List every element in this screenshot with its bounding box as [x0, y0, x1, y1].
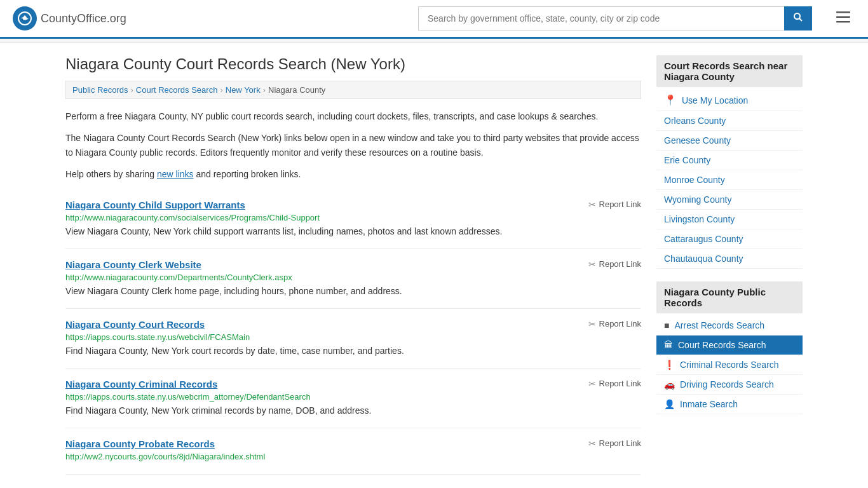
sidebar-item-inmate-search[interactable]: 👤 Inmate Search	[656, 395, 803, 414]
result-title-1[interactable]: Niagara County Clerk Website	[65, 259, 201, 270]
result-item-0: Niagara County Child Support Warrants ✂ …	[65, 189, 641, 249]
sidebar: Court Records Search near Niagara County…	[656, 55, 803, 475]
driving-label: Driving Records Search	[680, 379, 774, 390]
page-layout: Niagara County Court Records Search (New…	[53, 43, 815, 487]
svg-line-3	[799, 18, 802, 21]
breadcrumb-niagara: Niagara County	[268, 85, 325, 95]
sidebar-item-genesee[interactable]: Genesee County	[656, 131, 803, 151]
breadcrumb-court-records[interactable]: Court Records Search	[136, 85, 218, 95]
search-input[interactable]	[418, 6, 784, 30]
erie-label: Erie County	[664, 155, 710, 165]
inmate-label: Inmate Search	[680, 399, 738, 409]
breadcrumb: Public Records › Court Records Search › …	[65, 81, 641, 99]
result-title-0[interactable]: Niagara County Child Support Warrants	[65, 200, 245, 210]
pin-icon: 📍	[664, 94, 677, 106]
new-links-link[interactable]: new links	[157, 169, 194, 179]
main-content: Niagara County Court Records Search (New…	[65, 55, 641, 475]
description-2: The Niagara County Court Records Search …	[65, 131, 641, 159]
result-url-1[interactable]: http://www.niagaracounty.com/Departments…	[65, 273, 641, 282]
arrest-icon: ■	[664, 320, 669, 330]
report-link-0[interactable]: ✂ Report Link	[588, 200, 641, 210]
chautauqua-label: Chautauqua County	[664, 254, 743, 264]
site-header: CountyOffice.org	[0, 0, 868, 39]
monroe-label: Monroe County	[664, 175, 725, 185]
report-link-4[interactable]: ✂ Report Link	[588, 438, 641, 449]
breadcrumb-new-york[interactable]: New York	[226, 85, 261, 95]
use-location-label: Use My Location	[682, 95, 748, 105]
report-link-3[interactable]: ✂ Report Link	[588, 379, 641, 389]
search-button[interactable]	[784, 6, 812, 30]
public-records-section: Niagara County Public Records ■ Arrest R…	[656, 281, 803, 414]
nearby-section: Court Records Search near Niagara County…	[656, 55, 803, 269]
report-icon-4: ✂	[588, 438, 596, 449]
livingston-label: Livingston County	[664, 214, 735, 224]
report-link-1[interactable]: ✂ Report Link	[588, 259, 641, 269]
sidebar-item-erie[interactable]: Erie County	[656, 151, 803, 170]
description-1: Perform a free Niagara County, NY public…	[65, 109, 641, 123]
description-3: Help others by sharing new links and rep…	[65, 167, 641, 181]
result-url-4[interactable]: http://ww2.nycourts.gov/courts/8jd/Niaga…	[65, 452, 641, 461]
driving-icon: 🚗	[664, 379, 675, 390]
sidebar-item-livingston[interactable]: Livingston County	[656, 210, 803, 229]
cattaraugus-label: Cattaraugus County	[664, 234, 743, 244]
arrest-label: Arrest Records Search	[674, 320, 764, 330]
breadcrumb-public-records[interactable]: Public Records	[72, 85, 128, 95]
report-icon-3: ✂	[588, 379, 596, 389]
result-url-3[interactable]: https://iapps.courts.state.ny.us/webcrim…	[65, 392, 641, 402]
result-desc-2: Find Niagara County, New York court reco…	[65, 344, 641, 358]
results-list: Niagara County Child Support Warrants ✂ …	[65, 189, 641, 475]
result-title-4[interactable]: Niagara County Probate Records	[65, 438, 215, 449]
sidebar-item-criminal-records[interactable]: ❗ Criminal Records Search	[656, 355, 803, 375]
report-link-2[interactable]: ✂ Report Link	[588, 319, 641, 329]
breadcrumb-sep-2: ›	[220, 85, 222, 95]
court-icon: 🏛	[664, 340, 673, 350]
criminal-icon: ❗	[664, 360, 675, 370]
svg-point-1	[24, 20, 26, 22]
svg-rect-4	[836, 11, 850, 13]
result-title-2[interactable]: Niagara County Court Records	[65, 319, 205, 330]
search-area	[418, 6, 812, 30]
criminal-label: Criminal Records Search	[680, 360, 779, 370]
court-label: Court Records Search	[678, 340, 766, 350]
result-desc-1: View Niagara County Clerk home page, inc…	[65, 285, 641, 298]
wyoming-label: Wyoming County	[664, 194, 731, 205]
sidebar-item-court-records[interactable]: 🏛 Court Records Search	[656, 336, 803, 355]
logo-text: CountyOffice.org	[41, 12, 126, 25]
sidebar-item-arrest-records[interactable]: ■ Arrest Records Search	[656, 316, 803, 336]
sidebar-item-monroe[interactable]: Monroe County	[656, 170, 803, 190]
breadcrumb-sep-1: ›	[130, 85, 133, 95]
sidebar-item-orleans[interactable]: Orleans County	[656, 111, 803, 131]
sidebar-item-driving-records[interactable]: 🚗 Driving Records Search	[656, 375, 803, 395]
sidebar-item-cattaraugus[interactable]: Cattaraugus County	[656, 229, 803, 249]
result-url-2[interactable]: https://iapps.courts.state.ny.us/webcivi…	[65, 332, 641, 342]
result-title-3[interactable]: Niagara County Criminal Records	[65, 379, 217, 390]
inmate-icon: 👤	[664, 399, 675, 409]
menu-button[interactable]	[831, 8, 855, 29]
result-url-0[interactable]: http://www.niagaracounty.com/socialservi…	[65, 213, 641, 222]
report-icon-1: ✂	[588, 259, 596, 269]
svg-rect-6	[836, 21, 850, 23]
svg-point-2	[794, 13, 800, 19]
sidebar-item-chautauqua[interactable]: Chautauqua County	[656, 249, 803, 269]
public-records-header: Niagara County Public Records	[656, 281, 803, 313]
result-item-4: Niagara County Probate Records ✂ Report …	[65, 428, 641, 475]
result-item-2: Niagara County Court Records ✂ Report Li…	[65, 309, 641, 369]
nearby-header: Court Records Search near Niagara County	[656, 55, 803, 87]
report-icon-0: ✂	[588, 200, 596, 210]
report-icon-2: ✂	[588, 319, 596, 329]
result-item-3: Niagara County Criminal Records ✂ Report…	[65, 369, 641, 428]
result-desc-3: Find Niagara County, New York criminal r…	[65, 404, 641, 417]
genesee-label: Genesee County	[664, 135, 731, 146]
use-location-item[interactable]: 📍 Use My Location	[656, 90, 803, 111]
breadcrumb-sep-3: ›	[263, 85, 266, 95]
page-title: Niagara County Court Records Search (New…	[65, 55, 641, 73]
logo-link[interactable]: CountyOffice.org	[13, 6, 126, 30]
svg-rect-5	[836, 17, 850, 18]
result-item-1: Niagara County Clerk Website ✂ Report Li…	[65, 249, 641, 309]
result-desc-0: View Niagara County, New York child supp…	[65, 225, 641, 238]
sidebar-item-wyoming[interactable]: Wyoming County	[656, 190, 803, 210]
orleans-label: Orleans County	[664, 116, 726, 126]
logo-icon	[13, 6, 37, 30]
